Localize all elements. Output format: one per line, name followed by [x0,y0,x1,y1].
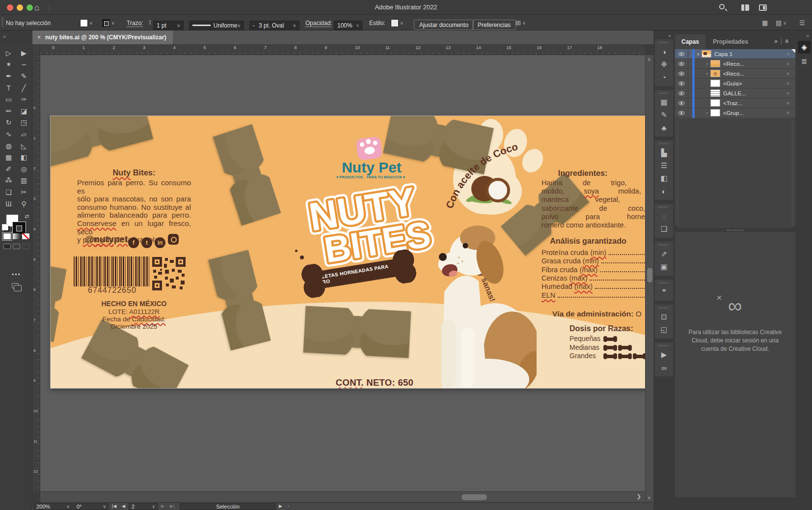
hand-tool[interactable]: Ɯ [1,198,16,210]
default-fill-stroke-icon[interactable] [2,224,8,230]
last-artboard-button[interactable]: ▶| [170,504,174,509]
mesh-tool[interactable]: ▦ [1,151,16,163]
shaper-tool[interactable]: ✏ [1,105,16,117]
layer-name[interactable]: <Reco... [723,71,744,77]
drag-handle[interactable] [1,18,3,28]
horizontal-scrollbar-thumb[interactable] [461,494,487,500]
expand-chevron-icon[interactable]: › [704,61,710,66]
magic-wand-tool[interactable]: ✶ [1,59,16,71]
eyedropper-tool[interactable]: ✐ [1,163,16,175]
collapse-dock-icon[interactable]: « [654,30,674,39]
first-artboard-button[interactable]: |◀ [112,504,116,509]
blend-tool[interactable]: ◎ [16,163,31,175]
visibility-eye-icon[interactable] [678,91,684,95]
style-swatch[interactable]: ∨ [391,15,404,30]
vertical-scrollbar[interactable]: ∧ ∨ [645,55,653,502]
layer-name[interactable]: Capa 1 [714,51,732,57]
layer-thumbnail[interactable] [710,109,720,116]
artboard-tool[interactable]: ❏ [1,186,16,198]
panel-splitter[interactable] [675,228,795,232]
tiles-icon[interactable]: ▦ [762,15,768,30]
visibility-eye-icon[interactable] [678,62,684,66]
target-circle-icon[interactable]: ○ [786,61,789,66]
target-circle-icon[interactable]: ○ [786,90,789,96]
rectangle-tool[interactable]: ▭ [1,93,16,105]
tab-propiedades[interactable]: Propiedades [706,34,755,49]
perspective-grid-tool[interactable]: ◺ [16,140,31,152]
shape-builder-tool[interactable]: ◍ [1,140,16,152]
swap-fill-stroke-icon[interactable]: ⇄ [25,213,29,220]
layer-row[interactable]: ∨Capa 1○ [675,49,795,59]
layer-row[interactable]: ›<Reco...○ [675,59,795,69]
eraser-tool[interactable]: ◪ [16,105,31,117]
visibility-eye-icon[interactable] [678,82,684,85]
canvas[interactable]: Nuty Bites: Premios para perro. Su consu… [40,55,645,491]
color-mode-button[interactable] [3,233,11,240]
vertical-ruler[interactable]: 0123456789101112 [32,55,40,491]
layer-thumbnail[interactable] [702,50,711,57]
opacity-label[interactable]: Opacidad: [305,15,332,30]
pathfinder-icon[interactable]: ◱ [655,323,673,336]
visibility-eye-icon[interactable] [678,52,684,56]
brushes-icon[interactable]: ✎ [655,109,673,121]
prev-artboard-button[interactable]: ◀ [122,504,125,509]
layer-name[interactable]: <Guía> [723,81,742,86]
stroke-color-swatch[interactable]: ∨ [102,15,115,30]
stroke-icon[interactable]: ☰ [655,159,673,172]
arrange-documents-icon[interactable]: ▤∨ [776,15,786,30]
isolate-selection-icon[interactable]: ⊞∨ [515,15,526,30]
color-guide-icon[interactable]: ◔ [655,71,673,84]
workspace-switcher-icon[interactable] [741,4,749,11]
layer-thumbnail[interactable] [710,70,720,77]
visibility-eye-icon[interactable] [678,101,684,105]
asset-export-icon[interactable]: ⇗ [655,248,673,260]
target-circle-icon[interactable]: ○ [786,71,789,76]
artboards-icon[interactable]: ▣ [655,260,673,273]
comments-icon[interactable]: ❝ [655,285,673,298]
line-segment-tool[interactable]: ╱ [16,82,31,94]
stroke-label[interactable]: Trazo: [127,15,143,30]
visibility-eye-icon[interactable] [678,111,684,115]
target-circle-icon[interactable]: ○ [786,110,789,115]
target-circle-icon[interactable]: ○ [786,81,789,86]
layer-thumbnail[interactable] [710,60,720,67]
tab-capas[interactable]: Capas [675,34,705,49]
visibility-eye-icon[interactable] [678,72,684,76]
horizontal-ruler[interactable]: 0123456789101112131415161718 [40,44,645,55]
selection-tool[interactable]: ▷ [1,47,16,59]
appearance-icon[interactable]: ◌ [655,210,673,223]
rotation-field[interactable]: 0°∨ [74,503,109,510]
graphic-styles-icon[interactable]: ❏ [655,223,673,235]
layer-thumbnail[interactable] [710,99,720,107]
transparency-icon[interactable]: ◐ [655,185,673,198]
status-options-button[interactable]: ▶ [279,504,282,509]
layers-panel-icon[interactable]: ◈ [798,41,811,54]
layer-row[interactable]: ›<Reco...○ [675,69,795,79]
expand-panel-icon[interactable]: » [774,38,781,45]
free-transform-tool[interactable]: ▱ [16,128,31,140]
none-mode-button[interactable] [22,233,30,240]
layer-row[interactable]: ›<Grup...○ [675,108,795,118]
next-artboard-button[interactable]: ▶ [161,504,164,509]
swatches-icon[interactable]: ▦ [655,96,673,109]
ruler-origin[interactable] [32,44,40,55]
layer-name[interactable]: <Reco... [723,61,744,67]
scale-tool[interactable]: ◳ [16,117,31,129]
type-tool[interactable]: T [1,82,16,94]
screen-mode-icon[interactable] [12,283,19,288]
pen-tool[interactable]: ✒ [1,70,16,82]
rotate-view-icon[interactable]: ◑ [655,45,673,58]
horizontal-scrollbar[interactable]: ❯ [40,491,645,502]
draw-normal-button[interactable] [3,244,11,249]
layer-thumbnail[interactable] [710,80,720,87]
layer-row[interactable]: GALLE...○ [675,88,795,98]
fill-color-swatch[interactable]: ∨ [80,15,93,30]
properties-panel-icon[interactable]: ≣ [798,55,811,68]
expand-chevron-icon[interactable]: › [704,71,710,76]
actions-icon[interactable]: ▶ [655,348,673,361]
layer-name[interactable]: <Traz... [723,100,742,106]
column-graph-tool[interactable]: ▥ [16,175,31,187]
panel-menu-icon[interactable]: ≡ [785,38,791,45]
panels-layout-icon[interactable] [759,4,767,11]
status-collapse-icon[interactable]: ‹ [288,504,289,509]
